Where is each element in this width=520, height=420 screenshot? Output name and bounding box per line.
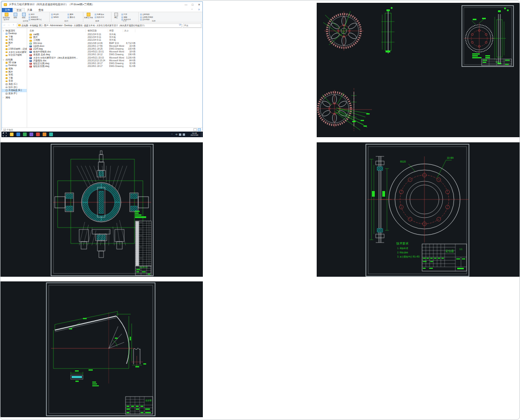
column-header-type[interactable]: 类型 — [108, 29, 123, 32]
sidebar-item-stage-material[interactable]: 2.5阶段材料（定稿） — [2, 48, 27, 51]
paste-button[interactable]: 粘贴 — [20, 13, 28, 19]
dwg-file-icon: A — [30, 66, 32, 67]
svg-text:1:1: 1:1 — [460, 248, 463, 251]
parts-list-table — [135, 221, 151, 266]
desktop-icon — [6, 65, 7, 67]
file-row[interactable]: A链轮齿形图.dwg2013/6/1 18:17DWG Drawing61 KB — [28, 65, 202, 68]
column-header-name[interactable]: 名称 — [29, 29, 86, 32]
ribbon-collapse-icon[interactable]: ⌃ — [188, 8, 196, 12]
sidebar-item-drive-d[interactable]: 软件 (D:) — [2, 86, 27, 89]
sidebar-item-thesis-material[interactable]: 毕业设计材料 — [2, 54, 27, 57]
column-header-date[interactable]: 修改日期 — [87, 29, 108, 32]
new-folder-button[interactable]: 新建文件夹 — [84, 13, 93, 19]
rename-button[interactable]: 重命名 — [67, 16, 75, 18]
svg-text:齿形图: 齿形图 — [145, 399, 152, 402]
network-header[interactable]: ›网络 — [2, 96, 27, 99]
window-title: 大学生方程式赛车设计（转向及差速器特性能设计）（毕设cad图+三维图） — [9, 3, 95, 6]
volume-icon[interactable] — [179, 133, 181, 136]
windows-taskbar: ⌃ 中 16:092021/3/8 — [1, 132, 203, 137]
taskbar-wechat-icon[interactable] — [23, 133, 27, 136]
refresh-icon[interactable]: ⟳ — [178, 23, 182, 27]
close-button[interactable]: ✕ — [196, 2, 202, 7]
folder-icon — [30, 37, 32, 38]
tab-view[interactable]: 查看 — [36, 8, 46, 12]
paste-icon — [22, 13, 26, 16]
word-file-icon: W — [30, 45, 32, 47]
pictures-icon — [6, 71, 7, 73]
taskbar-edge-browser-icon[interactable] — [16, 133, 20, 136]
search-input[interactable]: 搜索 — [183, 23, 201, 28]
taskbar-file-explorer-icon[interactable] — [10, 133, 14, 136]
this-pc-header[interactable]: ∨此电脑 — [2, 58, 27, 61]
copy-to-button[interactable]: 复制到 — [51, 16, 59, 18]
select-none-button[interactable]: 全部取消选择 — [140, 16, 153, 18]
delete-button[interactable]: 删除 — [67, 13, 74, 15]
up-button[interactable]: ↑ — [11, 23, 15, 27]
tray-expand-icon[interactable]: ⌃ — [171, 133, 173, 136]
sidebar-item-documents[interactable]: 文档 — [2, 38, 27, 42]
sidebar-item-music[interactable]: 音乐 — [2, 80, 27, 83]
image-file-icon — [30, 43, 32, 44]
network-icon[interactable] — [183, 133, 185, 136]
show-desktop-button[interactable] — [201, 132, 202, 137]
sidebar-item-pictures[interactable]: 图片 — [2, 42, 27, 45]
easy-access-button[interactable]: 轻松访问 — [95, 16, 104, 18]
sidebar-item-desktop[interactable]: Desktop — [2, 32, 27, 36]
sidebar-item-f[interactable]: F — [2, 44, 27, 48]
flange-title-block: 定位盘 1:1 — [422, 244, 467, 271]
file-explorer-window: 大学生方程式赛车设计（转向及差速器特性能设计）（毕设cad图+三维图） — □ … — [1, 1, 203, 131]
taskbar-app-icon[interactable] — [43, 133, 46, 136]
back-button[interactable]: ← — [2, 23, 7, 27]
new-item-button[interactable]: 新建项目 — [95, 13, 104, 15]
navigation-pane: ∨快速访问 Desktop 下载 文档 图片 F 2.5阶段材料（定稿） 大学生… — [2, 28, 27, 127]
sidebar-item-videos[interactable]: 视频 — [2, 67, 27, 71]
properties-button[interactable]: 属性 — [112, 13, 120, 19]
ribbon-group-new: 新建文件夹 新建项目 轻松访问 新建 — [83, 12, 111, 22]
cad-screenshot-flange-drawing: 10-Φ9 Φ120 — [317, 142, 520, 277]
view-details-button[interactable] — [193, 128, 197, 131]
cut-button[interactable]: 剪切 — [29, 13, 35, 15]
sidebar-item-drive-c[interactable]: 系统 (C:) — [2, 83, 27, 86]
sidebar-item-3d-objects[interactable]: 3D 对象 — [2, 61, 27, 65]
folder-icon — [6, 52, 7, 53]
maximize-button[interactable]: □ — [189, 2, 196, 7]
videos-icon — [6, 68, 7, 70]
copy-button[interactable]: 复制 — [11, 13, 19, 19]
profile-drawing-canvas: 齿形图 — [0, 281, 203, 417]
sidebar-item-drive-f[interactable]: 娱乐 (F:) — [2, 92, 27, 96]
input-language-indicator[interactable]: 中 — [176, 133, 178, 136]
breadcrumb[interactable]: 此电脑›本地磁盘 (E:)›用户›Administrator›Desktop›大… — [17, 23, 182, 28]
minimize-button[interactable]: — — [183, 2, 189, 7]
sidebar-item-desktop-pc[interactable]: Desktop — [2, 64, 27, 67]
forward-button[interactable]: → — [7, 23, 11, 27]
taskbar-app-icon[interactable] — [30, 133, 33, 136]
svg-text:3. 未注圆角半径 R1~R3: 3. 未注圆角半径 R1~R3 — [397, 256, 420, 258]
view-thumbnails-button[interactable] — [198, 128, 201, 131]
quick-access-header[interactable]: ∨快速访问 — [2, 29, 27, 32]
sidebar-item-downloads[interactable]: 下载 — [2, 36, 27, 39]
sidebar-item-documents-pc[interactable]: 文档 — [2, 74, 27, 77]
music-icon — [6, 81, 7, 82]
copy-path-button[interactable]: 复制路径 — [29, 16, 38, 18]
taskbar-cad-app-icon[interactable] — [49, 133, 53, 136]
word-file-icon: W — [30, 51, 32, 53]
edit-button[interactable]: 编辑 — [121, 16, 127, 18]
select-all-button[interactable]: 全部选择 — [140, 13, 149, 15]
folder-icon — [6, 55, 7, 57]
help-icon[interactable]: ? — [195, 8, 202, 12]
taskbar-clock[interactable]: 16:092021/3/8 — [191, 133, 198, 137]
tab-share[interactable]: 共享 — [24, 8, 35, 12]
ribbon-group-organize: 移动到 复制到 删除 重命名 组织 — [50, 12, 83, 22]
open-button[interactable]: 打开 — [121, 13, 127, 15]
tab-file[interactable]: 文件 — [2, 8, 13, 12]
move-to-button[interactable]: 移动到 — [51, 13, 59, 15]
sidebar-item-pictures-pc[interactable]: 图片 — [2, 71, 27, 74]
column-header-size[interactable]: 大小 — [123, 29, 135, 32]
sidebar-item-drive-e[interactable]: 本地磁盘 (E:) — [2, 89, 27, 92]
start-button[interactable] — [3, 133, 7, 136]
sidebar-item-downloads-pc[interactable]: 下载 — [2, 77, 27, 80]
sidebar-item-fsae-design[interactable]: 大学生方程式赛车设计 — [2, 51, 27, 54]
3d-objects-icon — [6, 62, 7, 64]
tab-home[interactable]: 主页 — [13, 8, 25, 12]
taskbar-browser-icon[interactable] — [36, 133, 40, 136]
